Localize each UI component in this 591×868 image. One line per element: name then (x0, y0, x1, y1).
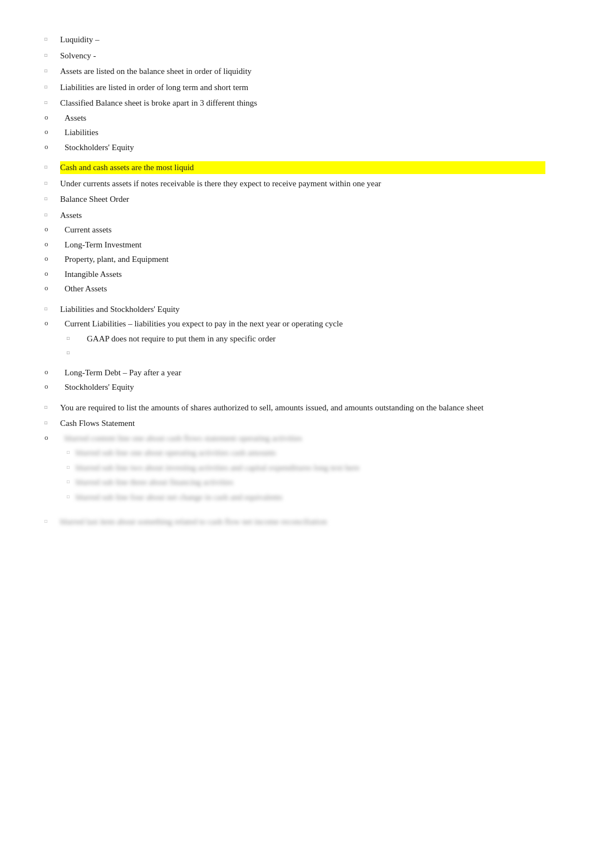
list-item-cfs-sub1a: □ blurred sub line one about operating a… (67, 447, 359, 459)
bullet3-gaap: □ (67, 335, 87, 342)
text-intangible-assets: Intangible Assets (65, 268, 169, 281)
list-item-cash-assets: □ Cash and cash assets are the most liqu… (45, 161, 545, 174)
text-cfs-sub1d: blurred sub line four about net change i… (76, 491, 359, 504)
text-cash-assets: Cash and cash assets are the most liquid (60, 161, 545, 174)
liabilities-sub-list: o Current Liabilities – liabilities you … (45, 318, 343, 396)
bullet-solvency: □ (45, 52, 60, 59)
bullet-balance-sheet-order: □ (45, 196, 60, 202)
text-current-assets: Current assets (65, 224, 169, 236)
list-item-luquidity: □ Luquidity – (45, 33, 545, 46)
bullet-you-required: □ (45, 404, 60, 411)
text-gaap: GAAP does not require to put them in any… (87, 333, 275, 345)
bullet2-current-assets: o (45, 224, 65, 235)
text-blurred-last: blurred last item about something relate… (60, 515, 545, 528)
text-assets-sub: Assets (65, 112, 134, 125)
bullet2-other-assets: o (45, 282, 65, 294)
main-list: □ Luquidity – □ Solvency - □ Assets are … (45, 33, 545, 528)
list-item-assets-sub: o Assets (45, 112, 134, 125)
bullet2-liabilities-sub: o (45, 126, 65, 137)
list-item-long-term-debt: o Long-Term Debt – Pay after a year (45, 366, 343, 379)
bullet-assets-main: □ (45, 212, 60, 219)
list-item-long-term-investment: o Long-Term Investment (45, 239, 169, 251)
bullet-cash-flows: □ (45, 420, 60, 426)
text-cfs-sub1b: blurred sub line two about investing act… (76, 462, 359, 474)
list-item-blurred-last: □ blurred last item about something rela… (45, 515, 545, 528)
bullet-blurred-last: □ (45, 518, 60, 525)
list-item-stockholders-sub: o Stockholders' Equity (45, 141, 134, 154)
text-current-liabilities: Current Liabilities – liabilities you ex… (65, 318, 343, 330)
cfs-sub-list: □ blurred sub line one about operating a… (45, 447, 359, 505)
bullet2-long-term-debt: o (45, 366, 65, 378)
list-item-liabilities-sub: o Liabilities (45, 126, 134, 139)
bullet3-gaap-empty: □ (67, 350, 87, 356)
bullet2-intangible-assets: o (45, 268, 65, 279)
text-under-currents: Under currents assets if notes receivabl… (60, 177, 545, 190)
list-item-cfs-sub1c: □ blurred sub line three about financing… (67, 476, 359, 489)
list-item-current-liabilities: o Current Liabilities – liabilities you … (45, 318, 343, 364)
list-item-cfs-sub1b: □ blurred sub line two about investing a… (67, 462, 359, 474)
list-item-cash-flows: □ Cash Flows Statement o blurred content… (45, 417, 545, 512)
list-item-under-currents: □ Under currents assets if notes receiva… (45, 177, 545, 190)
bullet2-assets-sub: o (45, 112, 65, 123)
bullet-liabilities-order: □ (45, 84, 60, 91)
text-luquidity: Luquidity – (60, 33, 545, 46)
bullet2-property-plant: o (45, 253, 65, 264)
assets-sub-list: o Current assets o Long-Term Investment … (45, 224, 169, 297)
list-item-property-plant: o Property, plant, and Equipment (45, 253, 169, 266)
list-item-balance-sheet-order: □ Balance Sheet Order (45, 193, 545, 206)
bullet-luquidity: □ (45, 36, 60, 43)
page-content: □ Luquidity – □ Solvency - □ Assets are … (45, 33, 545, 528)
text-balance-sheet-order: Balance Sheet Order (60, 193, 545, 206)
bullet2-cfs-sub1: o (45, 432, 65, 443)
list-item-liabilities-stockholders: □ Liabilities and Stockholders' Equity o… (45, 303, 545, 398)
text-cfs-sub1c: blurred sub line three about financing a… (76, 476, 359, 489)
bullet2-stockholders-sub: o (45, 141, 65, 152)
text-liabilities-order: Liabilities are listed in order of long … (60, 81, 545, 94)
bullet-liabilities-stockholders: □ (45, 306, 60, 313)
list-item-classified-balance: □ Classified Balance sheet is broke apar… (45, 97, 545, 158)
list-item-assets-main: □ Assets o Current assets o Long-Term In… (45, 209, 545, 300)
classified-sub-list: o Assets o Liabilities o Stockholders' E… (45, 112, 134, 156)
text-solvency: Solvency - (60, 49, 545, 62)
bullet-classified-balance: □ (45, 100, 60, 106)
text-long-term-debt: Long-Term Debt – Pay after a year (65, 366, 343, 379)
list-item-current-assets: o Current assets (45, 224, 169, 236)
list-item-gaap: □ GAAP does not require to put them in a… (67, 333, 275, 345)
text-you-required: You are required to list the amounts of … (60, 401, 545, 414)
list-item-liabilities-order: □ Liabilities are listed in order of lon… (45, 81, 545, 94)
text-liabilities-sub: Liabilities (65, 126, 134, 139)
text-gaap-empty (87, 347, 275, 360)
list-item-cfs-sub1: o blurred content line one about cash fl… (45, 432, 359, 508)
list-item-other-assets: o Other Assets (45, 282, 169, 295)
text-other-assets: Other Assets (65, 282, 169, 295)
current-liabilities-sub-list: □ GAAP does not require to put them in a… (45, 333, 275, 362)
text-property-plant: Property, plant, and Equipment (65, 253, 169, 266)
list-item-cfs-sub1d: □ blurred sub line four about net change… (67, 491, 359, 504)
list-item-intangible-assets: o Intangible Assets (45, 268, 169, 281)
text-assets-balance: Assets are listed on the balance sheet i… (60, 65, 545, 78)
list-item-assets-balance: □ Assets are listed on the balance sheet… (45, 65, 545, 78)
text-stockholders-sub: Stockholders' Equity (65, 141, 134, 154)
bullet2-current-liabilities: o (45, 318, 65, 329)
list-item-you-required: □ You are required to list the amounts o… (45, 401, 545, 414)
text-long-term-investment: Long-Term Investment (65, 239, 169, 251)
text-cash-flows: Cash Flows Statement (60, 417, 135, 430)
bullet2-stockholders-equity-sub: o (45, 381, 65, 392)
list-item-stockholders-equity-sub: o Stockholders' Equity (45, 381, 343, 394)
list-item-gaap-empty: □ (67, 347, 275, 360)
bullet-assets-balance: □ (45, 68, 60, 75)
text-cfs-sub1: blurred content line one about cash flow… (65, 432, 302, 445)
list-item-solvency: □ Solvency - (45, 49, 545, 62)
text-liabilities-stockholders: Liabilities and Stockholders' Equity (60, 303, 180, 316)
cash-flows-sub-list: o blurred content line one about cash fl… (45, 432, 359, 510)
text-cfs-sub1a: blurred sub line one about operating act… (76, 447, 359, 459)
text-stockholders-equity-sub: Stockholders' Equity (65, 381, 343, 394)
bullet-cash-assets: □ (45, 164, 60, 171)
bullet2-long-term-investment: o (45, 239, 65, 250)
text-classified-balance: Classified Balance sheet is broke apart … (60, 97, 257, 110)
bullet-under-currents: □ (45, 180, 60, 187)
text-assets-main: Assets (60, 209, 82, 222)
